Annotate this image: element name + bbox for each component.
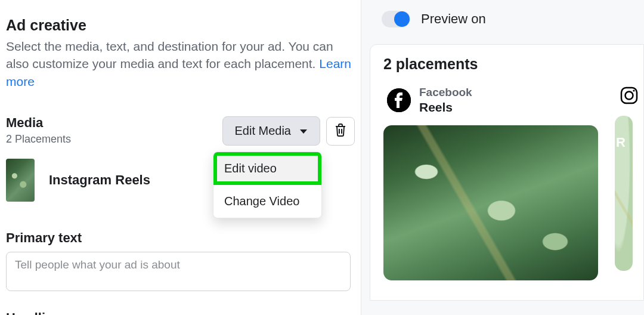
edit-media-menu: Edit video Change Video: [213, 152, 322, 218]
placement-format-label-partial: R: [616, 135, 626, 150]
facebook-icon: [387, 88, 411, 112]
placement-card-facebook[interactable]: Facebook Reels: [383, 86, 598, 280]
preview-toggle-row: Preview on: [361, 11, 644, 27]
placements-title: 2 placements: [383, 55, 643, 73]
ad-creative-description-text: Select the media, text, and destination …: [6, 39, 333, 70]
caret-down-icon: [299, 124, 308, 138]
media-thumbnail[interactable]: [6, 159, 35, 202]
menu-item-edit-video[interactable]: Edit video: [213, 152, 321, 185]
headline-section: Headline: [6, 310, 355, 315]
preview-toggle-label: Preview on: [421, 11, 486, 27]
menu-item-change-video[interactable]: Change Video: [213, 185, 321, 218]
toggle-knob: [394, 11, 410, 27]
placement-preview-tile[interactable]: [383, 125, 598, 280]
placement-card-instagram[interactable]: R: [615, 86, 639, 280]
delete-media-button[interactable]: [326, 117, 355, 146]
placement-platform-label: Facebook: [419, 86, 472, 99]
svg-point-2: [626, 92, 633, 100]
primary-text-label: Primary text: [6, 230, 351, 246]
headline-label: Headline: [6, 310, 355, 315]
svg-point-3: [633, 89, 634, 91]
primary-text-input[interactable]: [6, 252, 351, 291]
edit-media-label: Edit Media: [235, 124, 292, 138]
primary-text-section: Primary text: [6, 230, 351, 294]
ad-creative-title: Ad creative: [6, 17, 355, 34]
placement-format-label: Reels: [419, 100, 472, 115]
placements-card: 2 placements Facebook Reels: [370, 44, 644, 301]
media-placements-count: 2 Placements: [6, 133, 71, 146]
preview-toggle[interactable]: [382, 11, 410, 27]
media-label: Media: [6, 115, 71, 131]
trash-icon: [334, 123, 347, 140]
media-item-label: Instagram Reels: [49, 172, 150, 188]
edit-media-button[interactable]: Edit Media: [222, 116, 321, 146]
placement-preview-tile[interactable]: R: [615, 116, 633, 271]
ad-creative-section: Ad creative Select the media, text, and …: [6, 17, 355, 90]
instagram-icon: [620, 86, 639, 105]
ad-creative-description: Select the media, text, and destination …: [6, 38, 355, 90]
